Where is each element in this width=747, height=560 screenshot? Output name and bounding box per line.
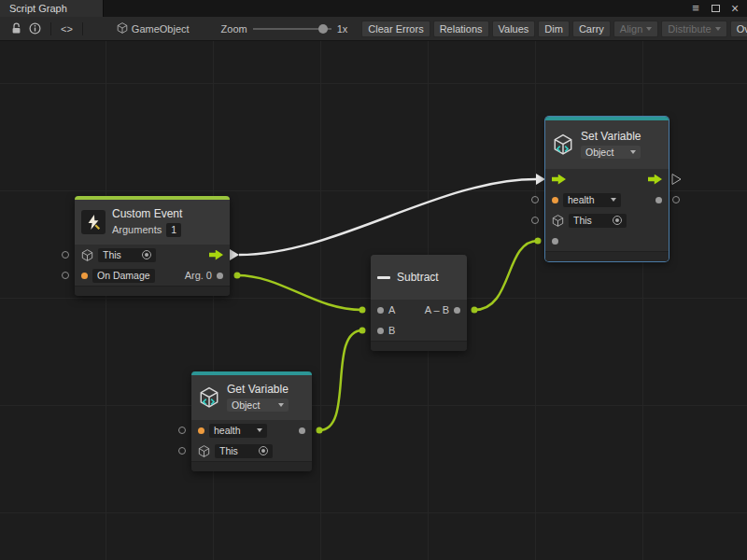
this-value: This [573, 214, 592, 228]
graph-canvas[interactable]: Custom Event Arguments 1 This [0, 41, 747, 560]
node-header[interactable]: Custom Event Arguments 1 [75, 200, 230, 245]
unconnected-port-ring[interactable] [532, 197, 539, 203]
unconnected-port-ring[interactable] [532, 217, 539, 224]
arg0-label: Arg. 0 [185, 270, 212, 281]
window-close-icon[interactable] [729, 2, 740, 15]
graph-toolbar: <> GameObject Zoom 1x Clear Errors Relat… [0, 17, 747, 41]
output-label: A – B [425, 304, 449, 315]
event-name-field[interactable]: On Damage [92, 269, 155, 283]
port-row-a: A A – B [371, 300, 467, 320]
window-controls [690, 0, 747, 17]
variable-scope-dropdown[interactable]: Object [227, 399, 289, 412]
wire-arg0-to-subtract-a[interactable] [237, 275, 362, 310]
variable-scope-dropdown[interactable]: Object [581, 146, 641, 159]
zoom-slider[interactable] [253, 23, 331, 35]
wire-endpoint [472, 307, 478, 314]
node-header[interactable]: Subtract [371, 255, 467, 300]
window-menu-icon[interactable] [690, 2, 701, 15]
port-row-target: This [191, 441, 312, 461]
tab-script-graph[interactable]: Script Graph [0, 0, 104, 17]
event-name-input-port[interactable] [81, 273, 88, 279]
overview-button[interactable]: Overview [730, 21, 747, 37]
this-target-field[interactable]: This [569, 214, 627, 228]
target-picker-icon [259, 446, 268, 455]
wire-getvariable-to-subtract-b[interactable] [319, 330, 362, 430]
arguments-input[interactable]: 1 [166, 223, 181, 237]
carry-button[interactable]: Carry [572, 21, 611, 37]
variable-name-value: health [568, 193, 595, 207]
relations-button[interactable]: Relations [433, 21, 489, 37]
target-picker-icon [142, 250, 151, 259]
input-b-port[interactable] [377, 328, 384, 334]
node-header[interactable]: Set Variable Object [545, 120, 669, 169]
node-header[interactable]: Get Variable Object [191, 375, 312, 420]
dim-button[interactable]: Dim [538, 21, 570, 37]
chevron-down-icon [630, 150, 636, 154]
wire-flow-customevent-to-setvariable[interactable] [239, 179, 536, 255]
lock-icon[interactable] [7, 21, 25, 37]
value-output-port[interactable] [299, 427, 305, 434]
node-title: Set Variable [581, 131, 641, 142]
chevron-down-icon [611, 198, 616, 202]
target-picker-icon [613, 216, 622, 225]
port-row-target: This [545, 210, 669, 231]
unconnected-port-ring[interactable] [673, 197, 680, 203]
variable-name-port[interactable] [198, 427, 204, 434]
port-row-b: B [371, 320, 467, 341]
node-get-variable[interactable]: Get Variable Object health [191, 371, 312, 471]
node-custom-event[interactable]: Custom Event Arguments 1 This [75, 196, 230, 296]
this-target-field[interactable]: This [215, 444, 273, 458]
chevron-down-icon [646, 27, 652, 31]
arg0-output-port[interactable] [217, 273, 223, 279]
input-b-label: B [388, 325, 395, 336]
custom-event-icon [81, 210, 106, 234]
align-label: Align [620, 23, 642, 35]
input-a-port[interactable] [377, 307, 384, 314]
gameobject-cube-icon [198, 445, 210, 457]
unconnected-flow-triangle[interactable] [672, 175, 681, 185]
this-target-field[interactable]: This [98, 248, 156, 262]
toolbar-separator [50, 22, 51, 35]
variable-name-dropdown[interactable]: health [563, 193, 621, 207]
node-footer [371, 341, 467, 351]
values-button[interactable]: Values [492, 21, 536, 37]
wire-subtract-to-setvariable-input[interactable] [474, 241, 538, 310]
info-icon[interactable] [25, 21, 45, 37]
value-output-port[interactable] [655, 197, 662, 203]
flow-input-port[interactable] [552, 175, 566, 185]
this-value: This [103, 248, 121, 262]
output-port[interactable] [454, 307, 460, 314]
gameobject-button[interactable]: GameObject [113, 21, 193, 37]
unconnected-port-ring[interactable] [63, 273, 69, 279]
zoom-value: 1x [337, 23, 348, 35]
node-title: Custom Event [112, 208, 182, 219]
flow-wire-end-arrow [536, 174, 545, 185]
clear-errors-button[interactable]: Clear Errors [361, 21, 430, 37]
port-row-name: health [545, 189, 669, 210]
scope-value: Object [585, 146, 613, 160]
unconnected-port-ring[interactable] [179, 427, 186, 434]
window-maximize-icon[interactable] [710, 2, 721, 15]
variable-name-dropdown[interactable]: health [209, 424, 267, 438]
code-view-icon[interactable]: <> [57, 21, 77, 37]
wire-endpoint [234, 273, 241, 279]
flow-output-port[interactable] [648, 175, 662, 185]
node-footer [545, 251, 669, 261]
zoom-label: Zoom [221, 23, 247, 35]
port-row-value-input [545, 231, 669, 251]
scope-value: Object [232, 399, 260, 413]
zoom-slider-handle[interactable] [318, 24, 328, 34]
distribute-label: Distribute [668, 23, 711, 35]
port-row-event-name: On Damage Arg. 0 [75, 265, 230, 286]
variable-name-value: health [214, 424, 241, 438]
gameobject-label: GameObject [132, 23, 190, 35]
node-set-variable[interactable]: Set Variable Object health [545, 117, 669, 261]
wire-endpoint [359, 307, 366, 314]
unconnected-port-ring[interactable] [179, 448, 186, 455]
value-input-port[interactable] [552, 238, 558, 245]
flow-output-port[interactable] [209, 250, 223, 260]
unconnected-port-ring[interactable] [63, 252, 69, 259]
node-subtract[interactable]: Subtract A A – B B [371, 255, 467, 351]
variable-name-port[interactable] [552, 197, 558, 203]
flow-wire-start-arrow [230, 249, 239, 260]
